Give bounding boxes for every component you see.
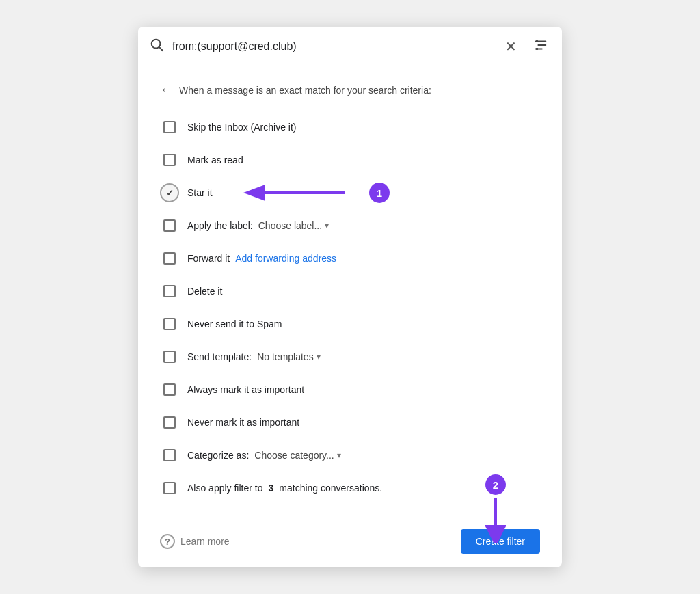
filter-content: ← When a message is an exact match for y… [138,66,562,518]
dropdown-arrow-template: ▾ [317,352,321,362]
label-skip-inbox: Skip the Inbox (Archive it) [187,122,297,133]
option-skip-inbox: Skip the Inbox (Archive it) [160,111,540,144]
option-forward-it: Forward it Add forwarding address [160,242,540,275]
label-never-important: Never mark it as important [187,417,299,428]
option-apply-label: Apply the label: Choose label... ▾ [160,209,540,242]
clear-button[interactable]: ✕ [502,37,520,56]
label-also-apply: Also apply filter to 3 matching conversa… [187,483,382,494]
option-send-template: Send template: No templates ▾ [160,340,540,373]
filter-options: Skip the Inbox (Archive it) Mark as read… [160,111,540,504]
svg-point-5 [536,40,539,43]
option-always-important: Always mark it as important [160,373,540,406]
option-also-apply: Also apply filter to 3 matching conversa… [160,472,540,504]
learn-more-text[interactable]: Learn more [180,536,230,547]
no-templates-dropdown[interactable]: No templates ▾ [257,351,320,362]
search-icon [149,37,164,55]
dropdown-arrow-category: ▾ [337,450,341,460]
back-row: ← When a message is an exact match for y… [160,83,540,97]
label-always-important: Always mark it as important [187,384,304,395]
search-actions: ✕ [502,35,551,57]
add-forwarding-link[interactable]: Add forwarding address [235,253,336,264]
checkbox-also-apply[interactable] [163,482,176,494]
label-star-it: Star it [187,187,213,198]
choose-category-dropdown[interactable]: Choose category... ▾ [254,450,340,461]
dropdown-arrow-label: ▾ [325,221,329,230]
create-filter-button[interactable]: Create filter [461,529,540,554]
filters-button[interactable] [530,35,551,57]
label-never-spam: Never send it to Spam [187,319,282,329]
checkbox-apply-label[interactable] [163,219,176,232]
label-send-template: Send template: No templates ▾ [187,351,321,362]
option-never-important: Never mark it as important [160,406,540,439]
search-query: from:(support@cred.club) [172,40,494,53]
option-delete-it: Delete it [160,275,540,308]
label-apply-label: Apply the label: Choose label... ▾ [187,220,329,231]
badge-1: 1 [369,183,390,203]
help-icon[interactable]: ? [160,534,175,549]
option-mark-read: Mark as read [160,144,540,176]
checkbox-never-important[interactable] [163,416,176,429]
svg-point-7 [536,48,539,51]
option-never-spam: Never send it to Spam [160,308,540,340]
checkbox-send-template[interactable] [163,351,176,363]
checkbox-categorize[interactable] [163,449,176,461]
checkbox-star-it[interactable] [160,183,179,202]
footer: ? Learn more 2 Create filter [138,518,562,567]
back-button[interactable]: ← [160,83,172,97]
checkbox-forward-it[interactable] [163,252,176,265]
choose-label-dropdown[interactable]: Choose label... ▾ [258,220,329,231]
svg-point-6 [543,44,546,46]
label-forward-it: Forward it Add forwarding address [187,253,336,264]
criteria-text: When a message is an exact match for you… [179,85,431,96]
option-star-it: Star it 1 [160,176,540,209]
learn-more-row: ? Learn more [160,534,230,549]
checkbox-never-spam[interactable] [163,318,176,330]
label-delete-it: Delete it [187,286,222,297]
checkbox-skip-inbox[interactable] [163,121,176,133]
checkbox-mark-read[interactable] [163,154,176,166]
search-bar: from:(support@cred.club) ✕ [138,27,562,66]
checkbox-delete-it[interactable] [163,285,176,297]
option-categorize: Categorize as: Choose category... ▾ [160,439,540,472]
label-categorize: Categorize as: Choose category... ▾ [187,450,341,461]
checkbox-always-important[interactable] [163,383,176,396]
label-mark-read: Mark as read [187,154,243,165]
svg-line-1 [159,47,163,51]
